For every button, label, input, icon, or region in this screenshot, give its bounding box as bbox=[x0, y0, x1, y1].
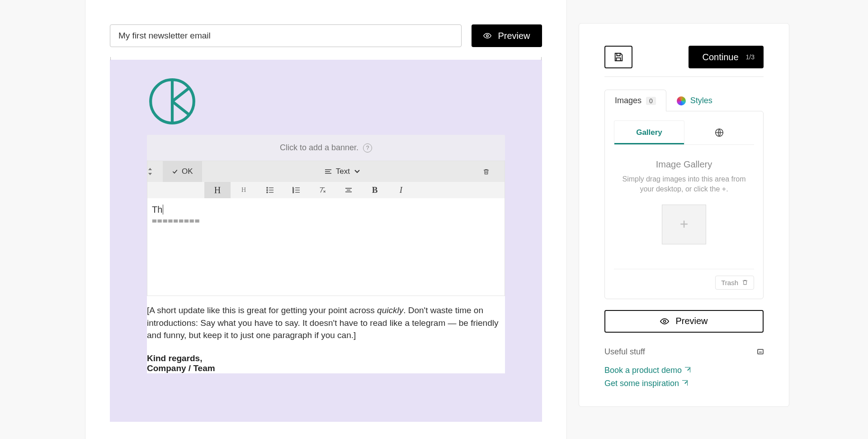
link-inspiration[interactable]: Get some inspiration bbox=[604, 379, 688, 388]
trash-label: Trash bbox=[721, 279, 738, 286]
eye-icon bbox=[660, 317, 669, 326]
step-indicator: 1/3 bbox=[746, 53, 755, 61]
svg-point-0 bbox=[486, 35, 489, 37]
external-link-icon bbox=[685, 367, 690, 372]
link-book-demo[interactable]: Book a product demo bbox=[604, 366, 690, 375]
ok-label: OK bbox=[182, 167, 193, 176]
signoff-line2[interactable]: Company / Team bbox=[147, 363, 505, 373]
check-icon bbox=[172, 168, 178, 175]
signoff-line1[interactable]: Kind regards, bbox=[147, 353, 505, 363]
heading-large-button[interactable]: H bbox=[204, 182, 231, 198]
tab-images-label: Images bbox=[615, 96, 642, 105]
text-caret bbox=[163, 205, 163, 215]
block-type-label: Text bbox=[336, 167, 350, 176]
collapse-icon[interactable] bbox=[757, 349, 764, 354]
continue-button[interactable]: Continue 1/3 bbox=[689, 46, 764, 68]
body-paragraph[interactable]: [A short update like this is great for g… bbox=[147, 296, 505, 342]
useful-stuff-heading: Useful stuff bbox=[604, 347, 757, 357]
svg-text:3: 3 bbox=[292, 191, 294, 193]
images-tab-panel: Gallery Image Gallery Simply drag images… bbox=[604, 111, 764, 299]
ok-button[interactable]: OK bbox=[163, 161, 202, 182]
editor-main-panel: Preview Click to add a banner. ? bbox=[85, 0, 567, 439]
block-type-dropdown[interactable]: Text bbox=[321, 167, 364, 176]
heading-underline: ========= bbox=[152, 216, 500, 225]
delete-block-button[interactable] bbox=[483, 168, 505, 176]
add-image-dropzone[interactable]: + bbox=[662, 205, 706, 244]
clear-format-button[interactable] bbox=[309, 182, 335, 198]
preview-label: Preview bbox=[675, 316, 708, 326]
subtab-gallery[interactable]: Gallery bbox=[614, 120, 684, 144]
gallery-description: Simply drag images into this area from y… bbox=[617, 174, 751, 195]
banner-prompt-text: Click to add a banner. bbox=[280, 143, 359, 153]
preview-button-sidebar[interactable]: Preview bbox=[604, 310, 764, 333]
drag-handle-icon[interactable] bbox=[147, 168, 163, 175]
divider bbox=[604, 76, 764, 77]
preview-button-top[interactable]: Preview bbox=[472, 24, 542, 47]
tab-images[interactable]: Images 0 bbox=[604, 90, 666, 111]
text-block: OK Text bbox=[147, 161, 505, 296]
svg-point-9 bbox=[267, 192, 268, 193]
chevron-down-icon bbox=[354, 170, 360, 173]
save-icon bbox=[613, 52, 623, 62]
heading-text: Th bbox=[152, 205, 162, 215]
preview-button-label: Preview bbox=[498, 31, 530, 41]
color-wheel-icon bbox=[677, 96, 686, 105]
brand-logo bbox=[149, 78, 196, 125]
help-icon[interactable]: ? bbox=[363, 143, 372, 153]
trash-icon bbox=[742, 279, 748, 286]
subtab-web[interactable] bbox=[684, 120, 754, 144]
svg-point-18 bbox=[664, 320, 666, 322]
eye-icon bbox=[483, 32, 491, 40]
svg-line-3 bbox=[172, 87, 190, 101]
svg-point-7 bbox=[267, 190, 268, 191]
tab-styles-label: Styles bbox=[690, 96, 712, 105]
trash-button[interactable]: Trash bbox=[715, 276, 754, 290]
trash-icon bbox=[483, 168, 490, 176]
globe-icon bbox=[714, 128, 724, 138]
external-link-icon bbox=[682, 380, 688, 386]
subject-input[interactable] bbox=[110, 24, 462, 47]
numbered-list-button[interactable]: 123 bbox=[283, 182, 309, 198]
sidebar-panel: Continue 1/3 Images 0 Styles Gallery bbox=[579, 23, 789, 407]
svg-point-5 bbox=[267, 187, 268, 188]
gallery-title: Image Gallery bbox=[617, 159, 751, 170]
add-banner-slot[interactable]: Click to add a banner. ? bbox=[147, 135, 505, 161]
align-center-button[interactable] bbox=[335, 182, 362, 198]
italic-button[interactable]: I bbox=[388, 182, 414, 198]
tab-styles[interactable]: Styles bbox=[666, 90, 723, 111]
bullet-list-button[interactable] bbox=[257, 182, 283, 198]
continue-label: Continue bbox=[702, 52, 738, 62]
save-button[interactable] bbox=[604, 46, 632, 68]
bold-button[interactable]: B bbox=[362, 182, 388, 198]
canvas-ruler bbox=[110, 57, 542, 60]
tab-images-count: 0 bbox=[646, 97, 656, 105]
paragraph-icon bbox=[325, 168, 331, 175]
heading-small-button[interactable]: H bbox=[231, 182, 257, 198]
text-editor-area[interactable]: Th ========= bbox=[147, 198, 505, 296]
email-canvas: Click to add a banner. ? OK bbox=[110, 60, 542, 422]
svg-line-4 bbox=[172, 101, 190, 115]
